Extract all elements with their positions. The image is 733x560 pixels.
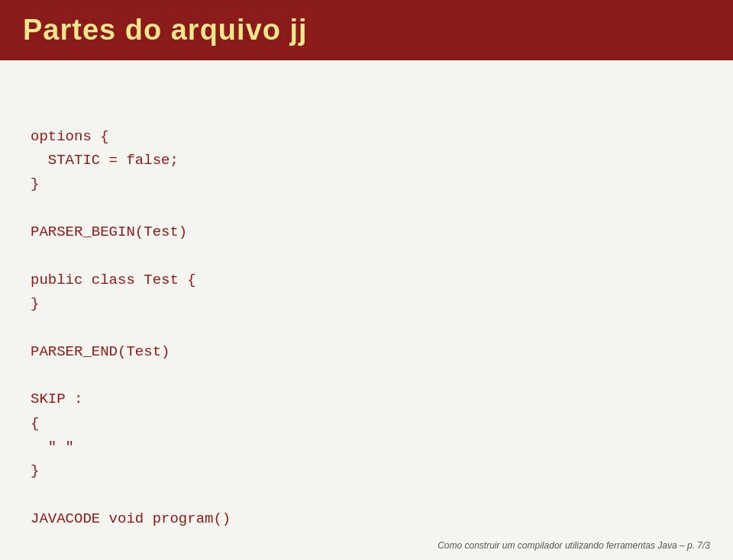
code-line <box>31 484 702 507</box>
code-line: SKIP : <box>31 388 702 411</box>
footer-text: Como construir um compilador utilizando … <box>438 540 710 551</box>
code-line: JAVACODE void program() <box>31 507 702 531</box>
code-line <box>31 364 702 388</box>
slide-content: options { STATIC = false;} PARSER_BEGIN(… <box>0 60 733 560</box>
code-line: " " <box>31 436 702 459</box>
code-line: PARSER_BEGIN(Test) <box>31 220 702 244</box>
code-line <box>31 316 702 340</box>
code-line: } <box>31 459 702 483</box>
code-line <box>31 244 702 268</box>
slide-title: Partes do arquivo jj <box>23 14 308 47</box>
code-line: { <box>31 412 702 436</box>
code-line: } <box>31 172 702 196</box>
code-line: public class Test { <box>31 269 702 292</box>
slide-footer: Como construir um compilador utilizando … <box>0 531 733 560</box>
code-line <box>31 197 702 220</box>
code-line: } <box>31 292 702 316</box>
slide-header: Partes do arquivo jj <box>0 0 733 60</box>
code-line: STATIC = false; <box>31 149 702 172</box>
code-line: options { <box>31 125 702 149</box>
code-block: options { STATIC = false;} PARSER_BEGIN(… <box>31 76 702 560</box>
code-line: PARSER_END(Test) <box>31 340 702 364</box>
